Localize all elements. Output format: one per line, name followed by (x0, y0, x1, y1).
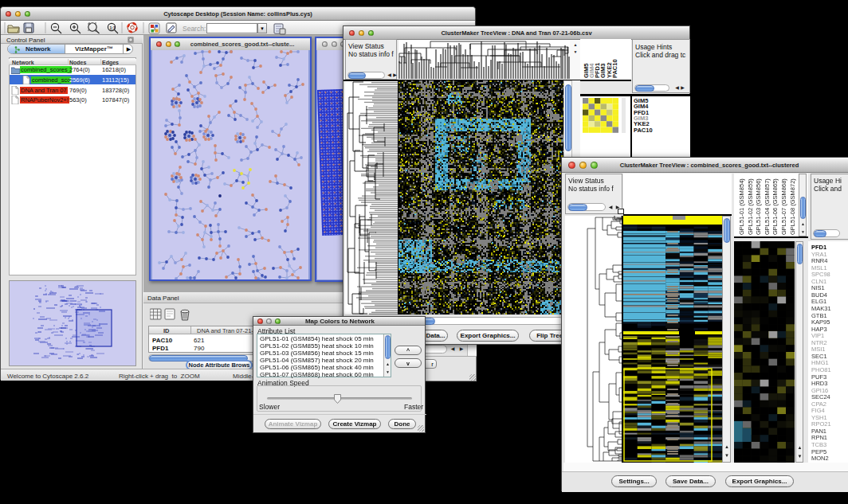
svg-text:GPL51-02 (GSM855): GPL51-02 (GSM855) (747, 178, 754, 235)
svg-text:GPL51-03 (GSM856): GPL51-03 (GSM856) (755, 178, 762, 235)
svg-text:GPL51-06 (GSM865): GPL51-06 (GSM865) (771, 178, 779, 235)
svg-text:PAC10: PAC10 (611, 59, 618, 78)
svg-text:GPL51-07 (GSM868): GPL51-07 (GSM868) (780, 178, 787, 235)
svg-text:GPL51-01 (GSM854): GPL51-01 (GSM854) (738, 178, 745, 235)
svg-text:GPL51-04 (GSM857): GPL51-04 (GSM857) (764, 178, 771, 235)
svg-text:GPL51-08 (GSM872): GPL51-08 (GSM872) (789, 178, 796, 235)
svg-text:1:1: 1:1 (110, 25, 116, 30)
